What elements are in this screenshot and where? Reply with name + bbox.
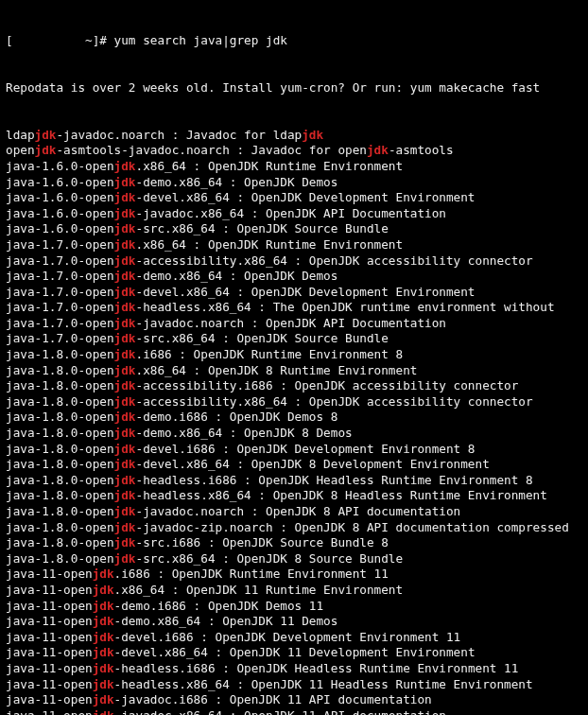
output-text: -javadoc.noarch : Javadoc for ldap (56, 128, 302, 142)
output-text: java-1.8.0-open (6, 520, 114, 534)
grep-match: jdk (114, 347, 136, 361)
grep-match: jdk (302, 128, 323, 142)
prompt-prefix: [ ~]# (6, 33, 114, 47)
output-line: java-1.8.0-openjdk-devel.i686 : OpenJDK … (6, 442, 582, 458)
grep-match: jdk (93, 599, 114, 613)
output-line: java-11-openjdk-devel.i686 : OpenJDK Dev… (6, 630, 582, 646)
repodata-line: Repodata is over 2 weeks old. Install yu… (6, 80, 582, 96)
grep-match: jdk (114, 504, 136, 518)
grep-match: jdk (114, 331, 136, 345)
output-text: java-1.8.0-open (6, 504, 114, 518)
output-line: java-1.7.0-openjdk-headless.x86_64 : The… (6, 300, 582, 316)
output-text: java-1.8.0-open (6, 535, 114, 549)
output-text: java-1.7.0-open (6, 331, 114, 345)
output-text: -devel.x86_64 : OpenJDK 11 Development E… (114, 645, 476, 659)
output-text: java-11-open (6, 677, 93, 691)
output-text: -javadoc.i686 : OpenJDK 11 API documenta… (114, 692, 432, 706)
output-text: java-1.6.0-open (6, 221, 114, 235)
grep-match: jdk (35, 128, 57, 142)
grep-match: jdk (114, 394, 136, 409)
output-text: -src.x86_64 : OpenJDK Source Bundle (136, 331, 389, 345)
output-line: java-1.6.0-openjdk.x86_64 : OpenJDK Runt… (6, 159, 582, 175)
output-text: -headless.i686 : OpenJDK Headless Runtim… (136, 473, 533, 487)
output-text: ldap (6, 128, 35, 142)
output-text: -devel.x86_64 : OpenJDK Development Envi… (136, 285, 476, 299)
output-text: java-11-open (6, 614, 93, 628)
grep-match: jdk (93, 661, 114, 675)
grep-output: ldapjdk-javadoc.noarch : Javadoc for lda… (6, 128, 582, 715)
grep-match: jdk (93, 645, 114, 659)
output-text: -devel.i686 : OpenJDK Development Enviro… (136, 442, 476, 456)
output-text: java-11-open (6, 645, 93, 659)
grep-match: jdk (114, 378, 136, 392)
output-text: -src.i686 : OpenJDK Source Bundle 8 (136, 535, 389, 549)
grep-match: jdk (114, 363, 136, 377)
output-text: java-1.6.0-open (6, 206, 114, 220)
output-line: java-1.6.0-openjdk-javadoc.x86_64 : Open… (6, 206, 582, 222)
grep-match: jdk (93, 567, 114, 581)
grep-match: jdk (114, 175, 136, 189)
output-text: -src.x86_64 : OpenJDK 8 Source Bundle (136, 551, 404, 566)
output-text: -devel.x86_64 : OpenJDK Development Envi… (136, 190, 476, 204)
output-text: .x86_64 : OpenJDK 11 Runtime Environment (114, 583, 404, 597)
output-line: java-1.8.0-openjdk-javadoc-zip.noarch : … (6, 520, 582, 536)
output-line: java-1.8.0-openjdk-src.x86_64 : OpenJDK … (6, 551, 582, 567)
output-text: -src.x86_64 : OpenJDK Source Bundle (136, 221, 389, 235)
output-line: java-1.8.0-openjdk-accessibility.x86_64 … (6, 394, 582, 410)
output-text: -accessibility.x86_64 : OpenJDK accessib… (136, 394, 533, 409)
output-text: java-1.6.0-open (6, 175, 114, 189)
output-text: -devel.i686 : OpenJDK Development Enviro… (114, 630, 461, 644)
output-line: java-11-openjdk-headless.i686 : OpenJDK … (6, 661, 582, 677)
output-text: -headless.i686 : OpenJDK Headless Runtim… (114, 661, 519, 675)
output-line: java-1.8.0-openjdk-demo.x86_64 : OpenJDK… (6, 426, 582, 442)
grep-match: jdk (93, 583, 114, 597)
grep-match: jdk (114, 551, 136, 566)
output-text: -accessibility.i686 : OpenJDK accessibil… (136, 378, 519, 392)
output-text: -javadoc.x86_64 : OpenJDK API Documentat… (136, 206, 446, 220)
grep-match: jdk (93, 630, 114, 644)
output-text: -javadoc.x86_64 : OpenJDK 11 API documen… (114, 708, 446, 715)
output-text: .x86_64 : OpenJDK 8 Runtime Environment (136, 363, 418, 377)
grep-match: jdk (114, 316, 136, 330)
grep-match: jdk (114, 442, 136, 456)
output-text: .x86_64 : OpenJDK Runtime Environment (136, 237, 404, 252)
output-text: java-1.7.0-open (6, 269, 114, 283)
output-text: java-1.8.0-open (6, 394, 114, 409)
grep-match: jdk (114, 535, 136, 549)
output-text: -javadoc.noarch : OpenJDK API Documentat… (136, 316, 446, 330)
output-text: -demo.x86_64 : OpenJDK Demos (136, 175, 338, 189)
output-line: ldapjdk-javadoc.noarch : Javadoc for lda… (6, 128, 582, 144)
output-line: java-1.8.0-openjdk-demo.i686 : OpenJDK D… (6, 410, 582, 426)
grep-match: jdk (93, 614, 114, 628)
output-text: java-1.8.0-open (6, 410, 114, 424)
terminal[interactable]: [ ~]# yum search java|grep jdk Repodata … (0, 0, 588, 715)
output-text: -asmtools-javadoc.noarch : Javadoc for o… (56, 143, 366, 157)
output-text: java-11-open (6, 692, 93, 706)
output-line: java-11-openjdk.x86_64 : OpenJDK 11 Runt… (6, 583, 582, 599)
grep-match: jdk (114, 221, 136, 235)
output-text: java-1.7.0-open (6, 253, 114, 268)
output-line: java-11-openjdk-demo.x86_64 : OpenJDK 11… (6, 614, 582, 630)
output-line: java-1.8.0-openjdk.x86_64 : OpenJDK 8 Ru… (6, 363, 582, 379)
output-text: java-1.7.0-open (6, 300, 114, 314)
output-line: java-1.6.0-openjdk-devel.x86_64 : OpenJD… (6, 190, 582, 206)
grep-match: jdk (114, 410, 136, 424)
output-line: java-1.7.0-openjdk-demo.x86_64 : OpenJDK… (6, 269, 582, 285)
output-text: -demo.x86_64 : OpenJDK 11 Demos (114, 614, 338, 628)
output-text: java-11-open (6, 583, 93, 597)
grep-match: jdk (114, 488, 136, 502)
output-text: java-1.7.0-open (6, 237, 114, 252)
output-line: java-11-openjdk.i686 : OpenJDK Runtime E… (6, 567, 582, 583)
output-line: java-1.7.0-openjdk-javadoc.noarch : Open… (6, 316, 582, 332)
output-text: java-11-open (6, 661, 93, 675)
output-line: java-1.7.0-openjdk-accessibility.x86_64 … (6, 253, 582, 270)
grep-match: jdk (114, 237, 136, 252)
output-text: -demo.i686 : OpenJDK Demos 8 (136, 410, 338, 424)
grep-match: jdk (114, 457, 136, 471)
output-text: java-1.8.0-open (6, 347, 114, 361)
grep-match: jdk (114, 159, 136, 173)
output-line: java-1.8.0-openjdk.i686 : OpenJDK Runtim… (6, 347, 582, 363)
output-text: java-1.8.0-open (6, 442, 114, 456)
grep-match: jdk (93, 692, 114, 706)
output-text: -headless.x86_64 : OpenJDK 8 Headless Ru… (136, 488, 547, 502)
